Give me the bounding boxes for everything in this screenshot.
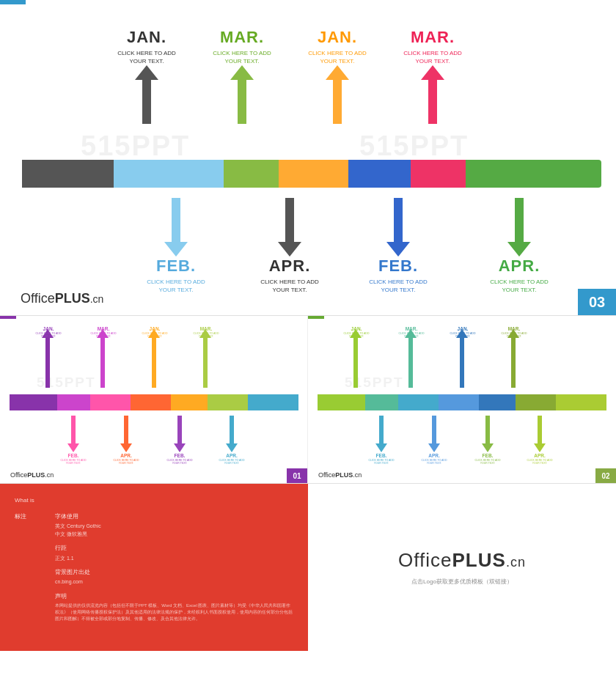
svg-rect-21 <box>57 394 94 410</box>
officeplus-label-top: OfficePLUS.cn <box>21 291 103 306</box>
svg-rect-26 <box>248 394 298 410</box>
arrow-feb2: FEB. CLICK HERE TO ADDYOUR TEXT. <box>362 198 435 294</box>
text-jan2: CLICK HERE TO ADDYOUR TEXT. <box>304 49 370 65</box>
arrow-apr1: APR. CLICK HERE TO ADDYOUR TEXT. <box>253 198 326 294</box>
arrow-svg-feb2 <box>382 198 414 257</box>
svg-rect-9 <box>22 160 37 188</box>
mini-arrow-down-feb-02 <box>374 416 389 452</box>
text-mar1: CLICK HERE TO ADDYOUR TEXT. <box>209 49 275 65</box>
svg-marker-31 <box>67 416 79 452</box>
month-mar1: MAR. <box>209 28 275 47</box>
mini-label-apr-01: APR. CLICK HERE TO ADDYOUR TEXT. <box>110 453 142 465</box>
arrow-svg-mar1 <box>226 65 258 124</box>
svg-marker-11 <box>135 65 158 124</box>
info-label-disclaimer <box>15 592 55 622</box>
svg-rect-22 <box>90 394 134 410</box>
month-feb2: FEB. <box>362 257 435 276</box>
top-bar <box>0 0 26 4</box>
small-slide-02: 515PPT JAN. CLICK HERE TO ADDYOUR TEXT. … <box>308 316 616 483</box>
text-mar2: CLICK HERE TO ADDYOUR TEXT. <box>400 49 466 65</box>
mini-arrow-up-jan2-02 <box>455 329 469 388</box>
info-content: What is 标注 字体使用 英文 Century Gothic 中文 微软雅… <box>0 484 308 640</box>
info-disclaimer-text: 本网站提供的仅供流览内容（包括但不限于PPT 模板、Word 文档、Excel … <box>55 603 293 622</box>
mini-arrow-down-feb-01 <box>66 416 81 452</box>
month-feb1: FEB. <box>139 257 213 276</box>
mini-arrow-up-mar2-02 <box>506 329 521 388</box>
svg-rect-24 <box>171 394 211 410</box>
cn-text: .cn <box>90 293 104 305</box>
svg-rect-3 <box>169 160 227 188</box>
month-apr2: APR. <box>483 257 556 276</box>
arrow-feb1: FEB. CLICK HERE TO ADDYOUR TEXT. <box>139 198 213 294</box>
arrow-svg-apr1 <box>274 198 306 257</box>
svg-marker-32 <box>120 416 132 452</box>
svg-marker-50 <box>534 416 546 452</box>
svg-marker-45 <box>456 329 468 388</box>
svg-rect-6 <box>348 160 414 188</box>
mini-label-jan2-01: JAN. CLICK HERE TO ADDYOUR TEXT. <box>139 326 171 338</box>
mini-label-apr-02: APR. CLICK HERE TO ADDYOUR TEXT. <box>418 453 450 465</box>
text-apr1: CLICK HERE TO ADDYOUR TEXT. <box>253 278 326 294</box>
mini-arrow-down-apr2-02 <box>532 416 547 452</box>
info-label-bg <box>15 568 55 586</box>
mini-arrow-down-feb2-02 <box>480 416 495 452</box>
mini-label-mar-02: MAR. CLICK HERE TO ADDYOUR TEXT. <box>395 326 428 338</box>
mini-label-mar2-01: MAR. CLICK HERE TO ADDYOUR TEXT. <box>190 326 222 338</box>
info-spacing-value: 正文 1.1 <box>55 555 74 563</box>
officeplus-subtitle: 点击Logo获取更多优质模板（双链接） <box>411 578 513 586</box>
mini-label-mar-01: MAR. CLICK HERE TO ADDYOUR TEXT. <box>87 326 120 338</box>
arrow-jan2: JAN. CLICK HERE TO ADDYOUR TEXT. <box>304 28 370 124</box>
bottom-info-row: What is 标注 字体使用 英文 Century Gothic 中文 微软雅… <box>0 484 616 700</box>
svg-marker-17 <box>386 198 410 257</box>
officeplus-label-01: OfficePLUS.cn <box>10 471 54 479</box>
month-apr1: APR. <box>253 257 326 276</box>
mini-arrow-up-jan2-01 <box>147 329 161 388</box>
arrow-svg-jan1 <box>131 65 163 124</box>
svg-rect-39 <box>439 394 483 410</box>
arrow-svg-mar2 <box>417 65 449 124</box>
mini-arrow-up-mar-01 <box>95 329 110 388</box>
info-row-font: 标注 字体使用 英文 Century Gothic 中文 微软雅黑 <box>15 512 293 538</box>
info-font-en: 英文 Century Gothic <box>55 523 101 531</box>
svg-marker-12 <box>230 65 254 124</box>
svg-rect-38 <box>398 394 442 410</box>
mini-arrow-down-apr-02 <box>427 416 441 452</box>
arrow-apr2: APR. CLICK HERE TO ADDYOUR TEXT. <box>483 198 556 294</box>
arrow-mar1: MAR. CLICK HERE TO ADDYOUR TEXT. <box>209 28 275 124</box>
mini-road-svg-02 <box>314 386 610 418</box>
mini-arrow-up-jan-01 <box>40 329 55 388</box>
svg-rect-7 <box>411 160 469 188</box>
mini-label-apr2-02: APR. CLICK HERE TO ADDYOUR TEXT. <box>524 453 556 465</box>
svg-rect-2 <box>114 160 172 188</box>
svg-rect-36 <box>318 394 369 410</box>
svg-rect-40 <box>479 394 519 410</box>
arrow-mar2: MAR. CLICK HERE TO ADDYOUR TEXT. <box>400 28 466 124</box>
info-row-spacing: 行距 正文 1.1 <box>15 544 293 562</box>
svg-marker-44 <box>405 329 417 388</box>
mini-label-feb-01: FEB. CLICK HERE TO ADDYOUR TEXT. <box>57 453 89 465</box>
mini-arrow-down-apr-01 <box>119 416 133 452</box>
small-slides-row: 515PPT JAN. CLICK HERE TO ADDYOUR TEXT. … <box>0 316 616 483</box>
svg-rect-8 <box>466 160 594 188</box>
mini-arrow-up-mar-02 <box>403 329 418 388</box>
info-row-disclaimer: 声明 本网站提供的仅供流览内容（包括但不限于PPT 模板、Word 文档、Exc… <box>15 592 293 622</box>
svg-marker-46 <box>507 329 519 388</box>
month-jan1: JAN. <box>114 28 180 47</box>
svg-marker-18 <box>507 198 531 257</box>
timeline-road-svg <box>0 139 616 205</box>
cn-span: .cn <box>506 555 526 570</box>
svg-marker-34 <box>226 416 238 452</box>
info-label-spacing <box>15 544 55 562</box>
svg-rect-41 <box>516 394 560 410</box>
arrow-svg-apr2 <box>503 198 535 257</box>
text-jan1: CLICK HERE TO ADDYOUR TEXT. <box>114 49 180 65</box>
slide01-bar <box>0 316 16 319</box>
svg-rect-5 <box>279 160 352 188</box>
officeplus-big-logo[interactable]: OfficePLUS.cn <box>398 549 526 572</box>
slide-number-01: 01 <box>287 468 307 483</box>
small-slide-01: 515PPT JAN. CLICK HERE TO ADDYOUR TEXT. … <box>0 316 308 483</box>
month-mar2: MAR. <box>400 28 466 47</box>
info-label-zhuzhu: 标注 <box>15 512 55 538</box>
mini-label-jan-01: JAN. CLICK HERE TO ADDYOUR TEXT. <box>32 326 65 338</box>
arrow-svg-jan2 <box>321 65 353 124</box>
